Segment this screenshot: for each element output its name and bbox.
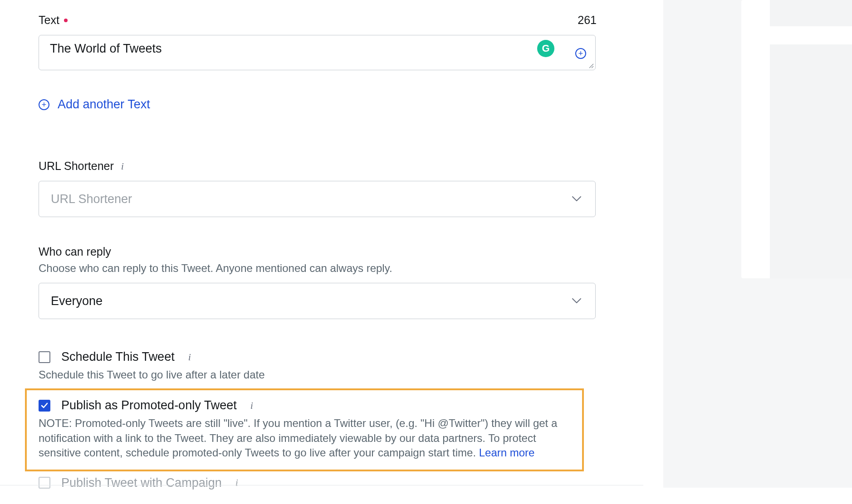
main-form: Text 261 G + + Add another Text URL Shor… (39, 14, 597, 490)
url-shortener-placeholder: URL Shortener (51, 192, 132, 206)
text-field-label: Text (39, 14, 59, 27)
schedule-checkbox[interactable] (39, 351, 50, 363)
resize-handle-icon[interactable] (587, 62, 594, 69)
schedule-option: Schedule This Tweet i Schedule this Twee… (39, 350, 597, 382)
text-field-section: Text 261 G + + Add another Text (39, 14, 597, 111)
campaign-option: Publish Tweet with Campaign i (39, 476, 597, 490)
bottom-divider (0, 485, 643, 485)
add-another-text-button[interactable]: + Add another Text (39, 97, 597, 111)
campaign-checkbox-row: Publish Tweet with Campaign i (39, 476, 597, 490)
chevron-down-icon (572, 298, 582, 304)
right-preview-inner-white (770, 26, 852, 44)
schedule-desc: Schedule this Tweet to go live after a l… (39, 368, 592, 382)
options-section: Schedule This Tweet i Schedule this Twee… (39, 350, 597, 490)
add-another-text-label: Add another Text (58, 97, 150, 111)
promoted-highlight: Publish as Promoted-only Tweet i NOTE: P… (25, 388, 584, 471)
add-text-inline-button[interactable]: + (575, 48, 586, 59)
url-shortener-label-row: URL Shortener i (39, 160, 597, 173)
who-can-reply-select[interactable]: Everyone (39, 283, 596, 319)
required-dot-icon (64, 19, 68, 22)
promoted-checkbox-row: Publish as Promoted-only Tweet i (39, 398, 570, 412)
who-can-reply-section: Who can reply Choose who can reply to th… (39, 245, 597, 319)
url-shortener-section: URL Shortener i URL Shortener (39, 160, 597, 217)
url-shortener-select[interactable]: URL Shortener (39, 181, 596, 217)
url-shortener-label: URL Shortener (39, 160, 114, 173)
info-icon[interactable]: i (188, 351, 191, 363)
who-can-reply-value: Everyone (51, 294, 103, 308)
plus-circle-icon: + (39, 99, 49, 110)
plus-circle-icon: + (575, 48, 586, 59)
who-can-reply-label-row: Who can reply (39, 245, 597, 258)
campaign-label: Publish Tweet with Campaign (61, 476, 222, 490)
tweet-text-input[interactable] (49, 41, 532, 70)
right-preview-panel (662, 0, 852, 504)
right-preview-panel-grey (663, 0, 852, 488)
info-icon[interactable]: i (250, 400, 253, 412)
schedule-label: Schedule This Tweet (61, 350, 175, 364)
tweet-text-input-wrap: G + (39, 35, 596, 70)
learn-more-link[interactable]: Learn more (479, 446, 535, 459)
who-can-reply-label: Who can reply (39, 245, 111, 258)
promoted-checkbox[interactable] (39, 400, 50, 412)
info-icon[interactable]: i (235, 477, 238, 489)
who-can-reply-subtext: Choose who can reply to this Tweet. Anyo… (39, 262, 597, 275)
info-icon[interactable]: i (121, 160, 124, 172)
promoted-label: Publish as Promoted-only Tweet (61, 398, 237, 412)
schedule-checkbox-row: Schedule This Tweet i (39, 350, 597, 364)
promoted-note: NOTE: Promoted-only Tweets are still "li… (39, 416, 570, 460)
text-char-count: 261 (578, 14, 597, 27)
text-field-label-row: Text 261 (39, 14, 597, 27)
campaign-checkbox[interactable] (39, 477, 50, 489)
grammarly-icon[interactable]: G (537, 40, 554, 57)
chevron-down-icon (572, 196, 582, 202)
